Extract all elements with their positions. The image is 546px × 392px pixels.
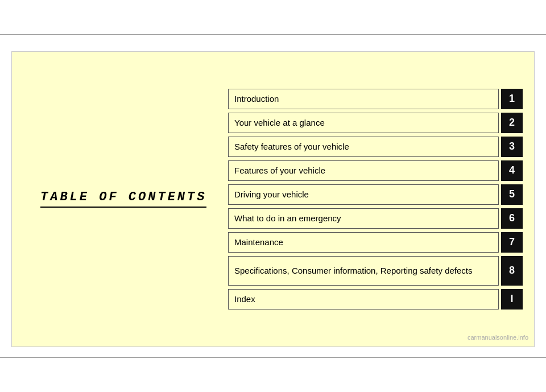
toc-item-label: Introduction bbox=[228, 89, 499, 109]
toc-item-number: 1 bbox=[501, 89, 523, 109]
bottom-divider bbox=[0, 357, 546, 358]
toc-item-number: 7 bbox=[501, 232, 523, 253]
toc-item-number: 2 bbox=[501, 113, 523, 133]
toc-row[interactable]: Features of your vehicle4 bbox=[228, 160, 523, 181]
toc-item-number: 4 bbox=[501, 160, 523, 181]
toc-item-label: Specifications, Consumer information, Re… bbox=[228, 256, 499, 286]
toc-item-label: Index bbox=[228, 289, 499, 310]
toc-item-number: I bbox=[501, 289, 523, 310]
toc-row[interactable]: Safety features of your vehicle3 bbox=[228, 137, 523, 157]
toc-item-number: 5 bbox=[501, 184, 523, 205]
toc-row[interactable]: Your vehicle at a glance2 bbox=[228, 113, 523, 133]
toc-item-label: Safety features of your vehicle bbox=[228, 137, 499, 157]
toc-item-number: 3 bbox=[501, 137, 523, 157]
toc-row[interactable]: IndexI bbox=[228, 289, 523, 310]
toc-row[interactable]: Introduction1 bbox=[228, 89, 523, 109]
toc-row[interactable]: Driving your vehicle5 bbox=[228, 184, 523, 205]
toc-item-label: Your vehicle at a glance bbox=[228, 113, 499, 133]
toc-item-label: What to do in an emergency bbox=[228, 208, 499, 229]
toc-row[interactable]: Maintenance7 bbox=[228, 232, 523, 253]
page-wrapper: TABLE OF CONTENTS Introduction1Your vehi… bbox=[0, 0, 546, 392]
top-divider bbox=[0, 34, 546, 35]
toc-item-number: 6 bbox=[501, 208, 523, 229]
watermark: carmanualsonline.info bbox=[468, 334, 528, 341]
main-content: TABLE OF CONTENTS Introduction1Your vehi… bbox=[11, 51, 535, 347]
toc-item-label: Features of your vehicle bbox=[228, 160, 499, 181]
toc-item-number: 8 bbox=[501, 256, 523, 286]
toc-item-label: Maintenance bbox=[228, 232, 499, 253]
toc-title: TABLE OF CONTENTS bbox=[40, 190, 206, 208]
left-panel: TABLE OF CONTENTS bbox=[23, 190, 217, 208]
toc-row[interactable]: Specifications, Consumer information, Re… bbox=[228, 256, 523, 286]
toc-item-label: Driving your vehicle bbox=[228, 184, 499, 205]
toc-list: Introduction1Your vehicle at a glance2Sa… bbox=[217, 89, 523, 310]
toc-row[interactable]: What to do in an emergency6 bbox=[228, 208, 523, 229]
